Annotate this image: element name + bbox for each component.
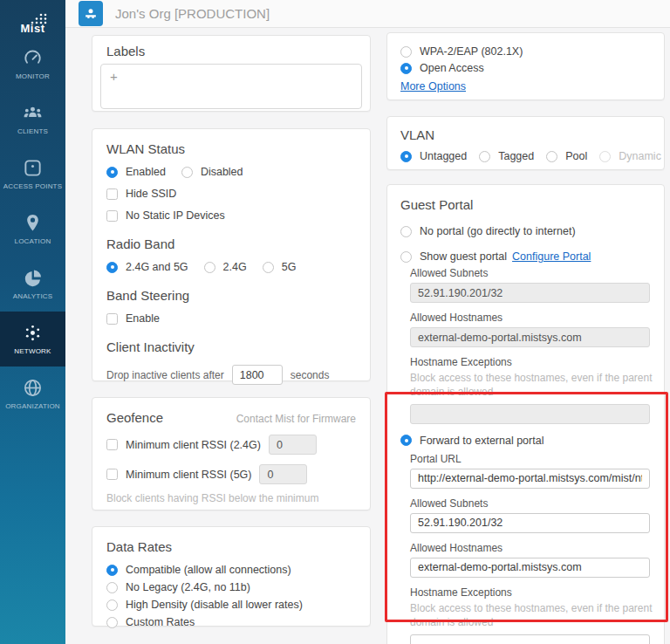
radio-no-portal[interactable]: No portal (go directly to internet) [400, 225, 651, 237]
org-selector-button[interactable] [79, 1, 103, 26]
radio-icon [400, 46, 412, 58]
allowed-hostnames-label: Allowed Hostnames [410, 312, 651, 324]
org-network-icon [82, 5, 99, 23]
configure-portal-link[interactable]: Configure Portal [512, 250, 591, 263]
radio-vlan-tagged[interactable]: Tagged [479, 150, 534, 162]
checkbox-label: Hide SSID [126, 188, 176, 200]
radio-vlan-untagged[interactable]: Untagged [400, 150, 467, 162]
clients-icon [23, 103, 43, 123]
radio-icon [181, 167, 193, 178]
radio-selected-icon [106, 262, 118, 273]
forward-portal-fields: Portal URL Allowed Subnets Allowed Hostn… [410, 453, 651, 644]
data-rates-card: Data Rates Compatible (allow all connect… [92, 526, 371, 627]
globe-icon [23, 378, 43, 398]
radio-forward-external-portal[interactable]: Forward to external portal [400, 435, 651, 447]
checkbox-label: No Static IP Devices [126, 209, 225, 222]
radio-selected-icon [400, 435, 412, 446]
radio-wlan-disabled[interactable]: Disabled [181, 166, 243, 178]
org-title: Jon's Org [PRODUCTION] [115, 6, 270, 21]
hostname-exceptions-label: Hostname Exceptions [410, 356, 651, 368]
radio-band-5[interactable]: 5G [263, 261, 297, 273]
checkbox-no-static-ip[interactable]: No Static IP Devices [106, 209, 356, 222]
checkbox-band-steering-enable[interactable]: Enable [106, 312, 356, 325]
sidebar-item-label: NETWORK [14, 347, 51, 355]
radio-rates-custom[interactable]: Custom Rates [106, 616, 356, 628]
more-options-link[interactable]: More Options [400, 80, 466, 92]
checkbox-icon [106, 469, 118, 480]
checkbox-icon [106, 313, 118, 325]
sidebar-item-label: ANALYTICS [13, 292, 53, 300]
geofence-firmware-note: Contact Mist for Firmware [236, 413, 356, 425]
allowed-hostnames-input [410, 327, 650, 347]
radio-band-24[interactable]: 2.4G [204, 261, 247, 273]
checkbox-hide-ssid[interactable]: Hide SSID [106, 188, 356, 200]
checkbox-label: Minimum client RSSI (5G) [126, 469, 251, 481]
sidebar-item-access-points[interactable]: ACCESS POINTS [0, 147, 65, 202]
geofence-title: Geofence [106, 410, 163, 425]
wlan-status-title: WLAN Status [106, 141, 356, 156]
labels-title: Labels [106, 44, 362, 58]
radio-label: Untagged [420, 150, 467, 162]
radio-icon [204, 262, 215, 273]
sidebar-item-label: MONITOR [16, 72, 50, 80]
checkbox-min-rssi-5[interactable]: Minimum client RSSI (5G) [106, 469, 251, 481]
checkbox-min-rssi-24[interactable]: Minimum client RSSI (2.4G) [106, 439, 261, 451]
radio-wlan-enabled[interactable]: Enabled [106, 166, 166, 178]
radio-label: Tagged [498, 150, 534, 162]
radio-show-guest-portal[interactable]: Show guest portal Configure Portal [400, 250, 651, 263]
radio-disabled-icon [599, 151, 611, 162]
radio-vlan-dynamic: Dynamic [599, 150, 661, 162]
radio-label: Show guest portal [420, 250, 507, 263]
radio-label: Dynamic [619, 150, 661, 162]
fwd-allowed-hostnames-input[interactable] [410, 558, 650, 578]
radio-icon [546, 151, 557, 162]
radio-selected-icon [106, 565, 118, 576]
fwd-allowed-subnets-label: Allowed Subnets [410, 497, 651, 510]
radio-rates-no-legacy[interactable]: No Legacy (2.4G, no 11b) [106, 581, 356, 593]
min-rssi-24-input [269, 435, 317, 455]
sidebar-item-location[interactable]: LOCATION [0, 202, 65, 257]
sidebar-item-label: CLIENTS [17, 127, 48, 135]
radio-label: Pool [565, 150, 587, 162]
sidebar-item-label: ORGANIZATION [5, 402, 60, 410]
plus-icon[interactable]: + [110, 69, 118, 84]
radio-rates-compatible[interactable]: Compatible (allow all connections) [106, 564, 356, 576]
radio-label: No Legacy (2.4G, no 11b) [126, 581, 250, 593]
sidebar-item-organization[interactable]: ORGANIZATION [0, 367, 65, 421]
portal-url-input[interactable] [410, 469, 650, 489]
portal-url-label: Portal URL [410, 453, 651, 465]
radio-rates-high-density[interactable]: High Density (disable all lower rates) [106, 599, 356, 611]
radio-selected-icon [400, 151, 412, 162]
sidebar-item-clients[interactable]: CLIENTS [0, 92, 65, 147]
radio-label: Open Access [420, 62, 484, 74]
radio-label: High Density (disable all lower rates) [126, 599, 303, 611]
checkbox-icon [106, 210, 118, 222]
min-rssi-5-input [259, 464, 307, 484]
vlan-card: VLAN Untagged Tagged Pool Dynamic [386, 116, 665, 170]
radio-wpa2-eap[interactable]: WPA-2/EAP (802.1X) [400, 45, 651, 58]
inactivity-seconds-input[interactable] [232, 365, 283, 385]
fwd-allowed-hostnames-label: Allowed Hostnames [410, 542, 651, 554]
radio-open-access[interactable]: Open Access [400, 62, 651, 74]
sidebar-item-analytics[interactable]: ANALYTICS [0, 257, 65, 312]
radio-vlan-pool[interactable]: Pool [546, 150, 587, 162]
hostname-exceptions-helper: Block access to these hostnames, even if… [410, 372, 659, 400]
guest-portal-title: Guest Portal [400, 197, 651, 212]
fwd-allowed-subnets-input[interactable] [410, 513, 650, 533]
pie-chart-icon [23, 268, 43, 288]
radio-label: Compatible (allow all connections) [126, 564, 291, 576]
fwd-hostname-exceptions-input[interactable] [410, 634, 650, 644]
radio-icon [106, 599, 118, 611]
show-portal-fields: Allowed Subnets Allowed Hostnames Hostna… [410, 267, 651, 424]
sidebar-item-network[interactable]: NETWORK [0, 312, 65, 367]
labels-add-box[interactable]: + [100, 64, 362, 109]
location-pin-icon [23, 213, 43, 233]
sidebar-item-monitor[interactable]: MONITOR [0, 37, 65, 92]
radio-label: No portal (go directly to internet) [420, 225, 576, 237]
access-point-icon [23, 158, 43, 178]
mist-logo[interactable]: Mist [0, 0, 65, 37]
sidebar-item-label: LOCATION [15, 237, 51, 245]
radio-band-24-5[interactable]: 2.4G and 5G [106, 261, 188, 273]
security-card: WPA-2/EAP (802.1X) Open Access More Opti… [386, 32, 665, 100]
drop-clients-suffix: seconds [291, 369, 330, 381]
